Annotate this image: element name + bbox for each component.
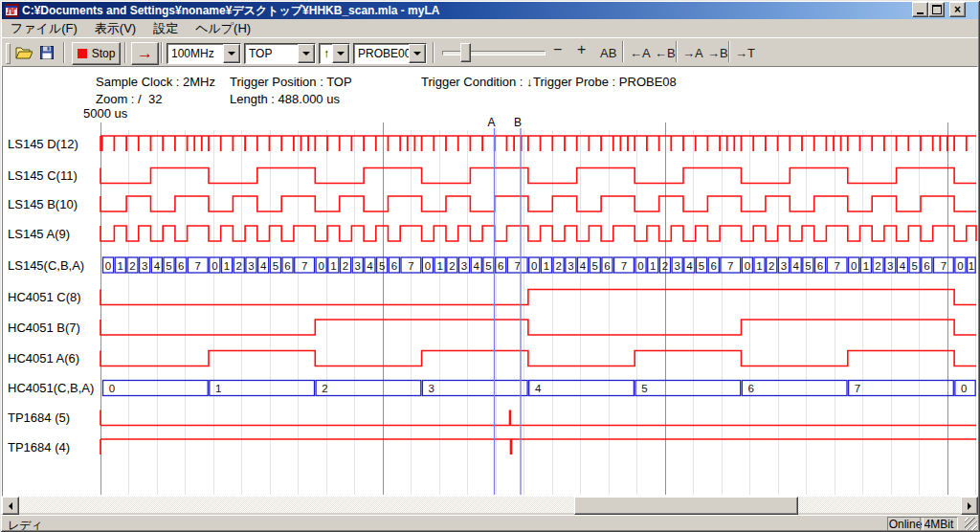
waveform-tp1684-5 <box>100 410 976 426</box>
status-ready-text: レディ <box>8 518 43 532</box>
bus-cell-value: 6 <box>924 260 929 272</box>
bus-cell-value: 4 <box>367 260 373 272</box>
bus-cell-value: 7 <box>727 260 733 272</box>
scroll-left-button[interactable] <box>2 497 19 515</box>
bus-cell-value: 4 <box>792 260 799 272</box>
menu-settings[interactable]: 設定 <box>145 19 187 38</box>
toolbar-grip[interactable] <box>6 43 11 64</box>
channel-label: TP1684 (5) <box>8 410 70 425</box>
bus-cell-value: 2 <box>662 260 668 272</box>
probe-select[interactable]: PROBE00 <box>353 43 427 64</box>
goto-cursor-a-left-button[interactable]: ←A <box>630 46 651 60</box>
bus-cell-value: 6 <box>284 260 290 272</box>
app-icon <box>5 4 18 17</box>
menu-view[interactable]: 表示(V) <box>86 19 145 38</box>
channel-label: HC4051 C(8) <box>8 290 81 304</box>
bus-cell-value: 4 <box>580 260 587 272</box>
zoom-in-button[interactable]: + <box>577 41 586 58</box>
waveform-hc4051-a-6 <box>100 351 976 366</box>
bus-cell-value: 5 <box>805 260 811 272</box>
dropdown-arrow-icon[interactable] <box>332 44 349 63</box>
bus-cell-value: 2 <box>129 260 135 272</box>
bus-cell-value: 7 <box>834 260 839 272</box>
bus-cell-value: 5 <box>911 260 917 272</box>
bus-cell-value: 0 <box>637 260 643 272</box>
trigger-position-value: TOP <box>249 47 272 60</box>
menu-file[interactable]: ファイル(F) <box>2 19 86 38</box>
run-button[interactable]: → <box>131 42 159 65</box>
bus-cell-value: 0 <box>957 260 963 272</box>
menu-help[interactable]: ヘルプ(H) <box>187 19 259 38</box>
toolbar-separator <box>728 41 730 62</box>
goto-cursor-b-left-button[interactable]: ←B <box>655 46 676 60</box>
goto-cursor-a-right-button[interactable]: →A <box>682 46 703 60</box>
dropdown-arrow-icon[interactable] <box>409 44 426 63</box>
bus-cell-value: 6 <box>391 260 397 272</box>
bus-cell-value: 6 <box>178 260 184 272</box>
bus-cell-value: 3 <box>568 260 573 272</box>
bus-cell <box>316 381 421 396</box>
bus-cell-value: 6 <box>817 260 823 272</box>
info-trigger-condition: Trigger Condition : ↓ <box>421 75 533 89</box>
zoom-slider-track[interactable] <box>442 51 546 55</box>
toolbar-separator <box>622 41 624 62</box>
open-file-button[interactable] <box>13 43 34 62</box>
floppy-save-icon <box>40 46 54 59</box>
trigger-edge-select[interactable]: ↑ <box>319 43 350 64</box>
resize-grip[interactable] <box>965 518 977 530</box>
bus-cell-value: 1 <box>118 260 123 272</box>
waveform-canvas: LS145 D(12)LS145 C(11)LS145 B(10)LS145 A… <box>3 67 977 496</box>
bus-cell-value: 4 <box>474 260 480 272</box>
waveform-panel: LS145 D(12)LS145 C(11)LS145 B(10)LS145 A… <box>2 66 978 497</box>
bus-cell-value: 3 <box>674 260 679 272</box>
maximize-button[interactable] <box>928 2 945 17</box>
bus-cell-value: 5 <box>699 260 704 272</box>
bus-cell-value: 0 <box>851 260 857 272</box>
channel-label: LS145 C(11) <box>8 168 78 183</box>
waveform-ls145-b-10 <box>100 196 976 211</box>
dropdown-arrow-icon[interactable] <box>298 44 315 63</box>
bus-cell-value: 7 <box>941 260 947 272</box>
bus-cell-value: 5 <box>592 260 598 272</box>
minimize-icon <box>917 12 924 14</box>
stop-button[interactable]: Stop <box>72 42 121 65</box>
bus-cell-value: 0 <box>212 260 217 272</box>
sample-rate-select[interactable]: 100MHz <box>167 43 241 64</box>
status-online-badge: Online <box>887 517 924 531</box>
zoom-slider-thumb[interactable] <box>460 43 471 62</box>
bus-cell-value: 1 <box>436 260 442 272</box>
bus-cell-value: 7 <box>621 260 627 272</box>
goto-cursor-b-right-button[interactable]: →B <box>707 46 728 60</box>
bus-cell <box>422 381 527 396</box>
bus-cell-value: 2 <box>322 383 327 394</box>
bus-cell-value: 0 <box>105 260 111 272</box>
bus-cell-value: 3 <box>781 260 787 272</box>
bus-cell-value: 4 <box>535 383 542 394</box>
zoom-out-button[interactable]: − <box>553 41 562 58</box>
bus-cell-value: 0 <box>531 260 537 272</box>
run-arrow-icon: → <box>137 47 153 60</box>
zoom-ab-button[interactable]: AB <box>600 46 616 60</box>
bus-cell-value: 2 <box>768 260 774 272</box>
bus-cell-value: 0 <box>745 260 750 272</box>
bus-cell-value: 6 <box>498 260 503 272</box>
horizontal-scrollbar[interactable] <box>2 497 978 513</box>
trigger-edge-value: ↑ <box>323 47 329 60</box>
dropdown-arrow-icon[interactable] <box>223 44 240 63</box>
save-button[interactable] <box>36 43 57 62</box>
toolbar-separator <box>124 42 126 63</box>
scrollbar-thumb[interactable] <box>574 497 798 515</box>
bus-cell-value: 4 <box>154 260 161 272</box>
channel-label: LS145 D(12) <box>8 137 78 151</box>
minimize-button[interactable] <box>912 2 928 17</box>
waveform-ls145-c-11 <box>100 168 976 184</box>
info-length: Length : 488.000 us <box>230 92 340 106</box>
channel-label: TP1684 (4) <box>8 440 70 454</box>
close-button[interactable]: × <box>949 2 966 17</box>
channel-label: HC4051(C,B,A) <box>8 381 94 395</box>
scroll-right-button[interactable] <box>961 497 978 515</box>
goto-trigger-button[interactable]: →T <box>735 46 755 60</box>
status-bar: レディ Online 4MBit <box>2 515 978 531</box>
trigger-position-select[interactable]: TOP <box>244 43 316 64</box>
bus-cell-value: 3 <box>429 383 434 394</box>
